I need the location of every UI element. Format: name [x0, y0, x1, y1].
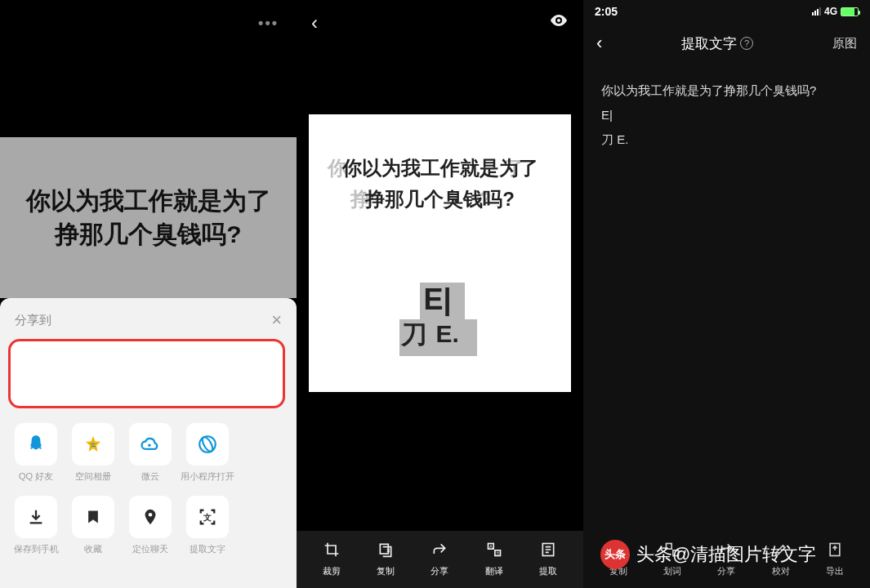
share-qq-button[interactable]: QQ 好友 — [11, 423, 60, 483]
extract-icon — [540, 541, 556, 562]
qzone-icon — [72, 423, 114, 466]
help-icon[interactable]: ? — [740, 37, 753, 50]
toolbar-label: 导出 — [826, 565, 844, 577]
action-item-label: 保存到手机 — [14, 543, 59, 555]
battery-icon — [841, 7, 859, 16]
share-button[interactable]: 分享 — [717, 541, 735, 577]
toolbar-label: 提取 — [539, 565, 557, 577]
extracted-line: 你以为我工作就是为了挣那几个臭钱吗? — [601, 78, 852, 103]
status-network: 4G — [824, 6, 837, 17]
status-bar: 2:05 4G — [583, 0, 870, 23]
share-miniprogram-button[interactable]: 用小程序打开 — [183, 423, 232, 483]
ocr-line1: 你以为我工作就是为了 — [342, 157, 538, 179]
save-to-phone-button[interactable]: 保存到手机 — [11, 496, 60, 555]
svg-point-0 — [148, 443, 151, 447]
ocr-preview: 你 了 你以为我工作就是为了 挣 ? 挣那几个臭钱吗? E| 刀 E. — [309, 114, 571, 392]
svg-rect-14 — [667, 544, 672, 550]
extracted-text[interactable]: 你以为我工作就是为了挣那几个臭钱吗? E| 刀 E. — [583, 64, 870, 167]
action-item-label: 收藏 — [84, 543, 102, 555]
share-item-label: 空间相册 — [75, 470, 111, 483]
export-button[interactable]: 导出 — [826, 541, 844, 577]
svg-text:文: 文 — [203, 513, 212, 522]
copy-icon — [377, 541, 394, 562]
bottom-toolbar: 复制 划词 分享 校对 导出 — [583, 531, 870, 588]
translate-button[interactable]: A文 翻译 — [485, 541, 503, 577]
copy-button[interactable]: 复制 — [609, 541, 627, 577]
toolbar-label: 复制 — [377, 565, 395, 577]
ocr-line2: 挣那几个臭钱吗? — [365, 188, 515, 210]
back-icon[interactable]: ‹ — [311, 11, 318, 34]
share-icon — [718, 541, 734, 562]
proofread-button[interactable]: 校对 — [772, 541, 790, 577]
extract-text-button[interactable]: 文 提取文字 — [183, 496, 232, 555]
toolbar-label: 复制 — [609, 565, 627, 577]
share-item-label: 微云 — [141, 470, 159, 483]
proof-icon — [773, 541, 789, 562]
extracted-line: 刀 E. — [601, 127, 852, 152]
signal-icon — [812, 7, 821, 16]
share-highlight-box — [8, 339, 285, 408]
share-item-label: 用小程序打开 — [181, 470, 234, 483]
download-icon — [15, 496, 57, 538]
close-icon[interactable]: × — [271, 310, 282, 331]
toolbar-label: 划词 — [663, 565, 681, 577]
svg-text:文: 文 — [495, 550, 499, 555]
share-item-label: QQ 好友 — [19, 470, 53, 483]
select-icon — [664, 541, 680, 562]
page-title: 提取文字 ? — [681, 34, 753, 53]
svg-text:A: A — [489, 544, 493, 549]
favorite-button[interactable]: 收藏 — [69, 496, 118, 555]
extract-button[interactable]: 提取 — [539, 541, 557, 577]
share-qzone-button[interactable]: 空间相册 — [69, 423, 118, 483]
glyph-dao: 刀 — [401, 317, 427, 353]
share-sheet: 分享到 × QQ 好友 空间相册 微云 用小程序打开 — [0, 298, 297, 588]
eye-icon[interactable] — [549, 11, 569, 34]
action-item-label: 定位聊天 — [132, 543, 168, 555]
copy-icon — [610, 541, 627, 562]
toolbar-label: 分享 — [431, 565, 448, 577]
export-icon — [827, 541, 843, 562]
crop-button[interactable]: 裁剪 — [323, 541, 341, 577]
share-button[interactable]: 分享 — [431, 541, 448, 577]
svg-point-5 — [557, 19, 560, 22]
glyph-block: E| 刀 E. — [399, 283, 481, 356]
image-text-line2: 挣那几个臭钱吗? — [55, 218, 241, 252]
action-row: 保存到手机 收藏 定位聊天 文 提取文字 — [0, 496, 297, 568]
share-row: QQ 好友 空间相册 微云 用小程序打开 — [0, 423, 297, 496]
glyph-e2: E. — [436, 320, 459, 348]
bookmark-icon — [72, 496, 114, 538]
qq-icon — [15, 423, 57, 466]
share-icon — [431, 541, 448, 562]
status-time: 2:05 — [595, 5, 618, 18]
copy-button[interactable]: 复制 — [377, 541, 395, 577]
svg-rect-15 — [673, 550, 679, 556]
translate-icon: A文 — [486, 541, 502, 562]
action-item-label: 提取文字 — [190, 543, 225, 555]
original-button[interactable]: 原图 — [832, 36, 857, 51]
locate-chat-button[interactable]: 定位聊天 — [126, 496, 175, 555]
sheet-title: 分享到 — [15, 313, 51, 328]
toolbar-label: 裁剪 — [323, 565, 341, 577]
share-weiyun-button[interactable]: 微云 — [126, 423, 175, 483]
select-button[interactable]: 划词 — [663, 541, 681, 577]
preview-image: 你以为我工作就是为了 挣那几个臭钱吗? — [0, 137, 297, 298]
browser-icon — [186, 423, 229, 466]
back-icon[interactable]: ‹ — [596, 33, 602, 54]
glyph-e: E| — [424, 283, 452, 317]
toolbar-label: 校对 — [772, 565, 790, 577]
cloud-icon — [129, 423, 172, 466]
svg-rect-13 — [616, 547, 624, 557]
image-text-line1: 你以为我工作就是为了 — [26, 185, 271, 218]
ocr-icon: 文 — [186, 496, 229, 538]
more-icon[interactable]: ••• — [258, 15, 279, 32]
crop-icon — [323, 541, 340, 562]
toolbar-label: 分享 — [717, 565, 735, 577]
extracted-line: E| — [601, 103, 852, 127]
toolbar-label: 翻译 — [485, 565, 503, 577]
svg-point-3 — [149, 513, 153, 517]
location-icon — [129, 496, 172, 538]
svg-rect-12 — [613, 544, 621, 554]
bottom-toolbar: 裁剪 复制 分享 A文 翻译 提取 — [297, 531, 583, 588]
